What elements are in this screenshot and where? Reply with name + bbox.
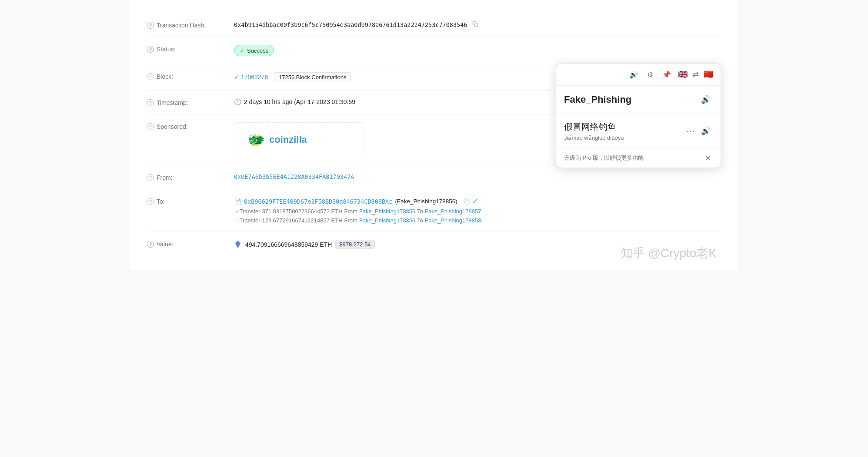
to-label: ? To: xyxy=(147,197,234,205)
svg-rect-0 xyxy=(475,23,478,27)
from-row: ? From: 0x0E7A6b3b5EE4A1228A0334FA817034… xyxy=(147,165,721,189)
swap-language-icon[interactable]: ⇄ xyxy=(692,70,699,79)
clock-icon: 🕐 xyxy=(234,98,241,105)
question-icon-value: ? xyxy=(147,241,154,248)
popup-divider xyxy=(556,114,721,114)
popup-more-btn[interactable]: ··· xyxy=(686,127,695,136)
popup-settings-btn[interactable]: ⚙ xyxy=(644,68,657,81)
eth-amount: 494.709166669648859429 ETH xyxy=(245,241,332,248)
to-address-link[interactable]: 0xB96629F7EE409D67e3F58BD30a846734CD808B… xyxy=(244,198,392,205)
target-language-flag[interactable]: 🇨🇳 xyxy=(702,68,714,81)
coinzilla-brand: coinzilla xyxy=(269,134,307,145)
popup-translation-row: 假冒网络钓鱼 Jiǎmào wǎngluò diàoyú ··· 🔊 xyxy=(564,121,713,141)
popup-transliteration: Jiǎmào wǎngluò diàoyú xyxy=(564,134,624,141)
check-circle-icon: ✓ xyxy=(240,47,245,54)
from-value: 0x0E7A6b3b5EE4A1228A0334FA8170347A xyxy=(234,173,721,180)
from-address-link[interactable]: 0x0E7A6b3b5EE4A1228A0334FA8170347A xyxy=(234,173,354,180)
transfer-line-2: └ Transfer 123.677291667412214857 ETH Fr… xyxy=(234,217,721,224)
popup-upgrade-text: 升级为 Pro 版，以解锁更多功能 xyxy=(564,154,644,162)
block-check-icon: ✓ xyxy=(234,74,239,81)
popup-speaker-btn[interactable]: 🔊 xyxy=(627,68,640,81)
question-icon-block: ? xyxy=(147,73,154,80)
block-number-link[interactable]: 17063276 xyxy=(241,74,268,81)
popup-actions-row: ··· 🔊 xyxy=(686,124,713,138)
question-icon-hash: ? xyxy=(147,22,154,29)
popup-close-btn[interactable]: ✕ xyxy=(702,153,713,163)
transaction-hash-value: 0x4b9154dbbac00f3b9c6f5c750954e3aa0db978… xyxy=(234,21,721,28)
translation-popup: 🔊 ⚙ 📌 🇬🇧 ⇄ 🇨🇳 Fake_Phishing 🔊 假冒网络钓鱼 Jiǎ… xyxy=(556,63,721,168)
block-label: ? Block: xyxy=(147,72,234,80)
document-icon: 📄 xyxy=(234,198,241,205)
question-icon-to: ? xyxy=(147,198,154,205)
transfer-to-link-1[interactable]: Fake_Phishing178857 xyxy=(425,208,481,215)
value-value: 494.709166669648859429 ETH $978,272.54 xyxy=(234,240,721,249)
popup-translation-text: 假冒网络钓鱼 xyxy=(564,121,624,133)
popup-pin-btn[interactable]: 📌 xyxy=(660,68,673,81)
popup-source-text: Fake_Phishing 🔊 xyxy=(564,93,713,107)
status-row: ? Status: ✓ Success xyxy=(147,37,721,64)
timestamp-label: ? Timestamp: xyxy=(147,98,234,106)
coinzilla-logo: 🐲 coinzilla xyxy=(247,131,307,148)
to-value: 📄 0xB96629F7EE409D67e3F58BD30a846734CD80… xyxy=(234,197,721,224)
transfer-from-link-1[interactable]: Fake_Phishing178856 xyxy=(359,208,415,215)
popup-footer: 升级为 Pro 版，以解锁更多功能 ✕ xyxy=(556,148,721,168)
svg-rect-1 xyxy=(466,201,469,204)
value-label: ? Value: xyxy=(147,240,234,248)
popup-translation-main: 假冒网络钓鱼 Jiǎmào wǎngluò diàoyú xyxy=(564,121,624,141)
confirmations-badge: 17256 Block Confirmations xyxy=(274,72,351,82)
to-main-address: 📄 0xB96629F7EE409D67e3F58BD30a846734CD80… xyxy=(234,197,721,205)
sponsored-label: ? Sponsored: xyxy=(147,122,234,130)
transfer-line-1: └ Transfer 371.031875002236644572 ETH Fr… xyxy=(234,208,721,215)
coinzilla-mascot: 🐲 xyxy=(247,131,265,148)
copy-hash-icon[interactable] xyxy=(472,21,478,27)
verified-badge-icon: ✓ xyxy=(472,197,478,205)
question-icon-timestamp: ? xyxy=(147,99,154,106)
transfer-from-link-2[interactable]: Fake_Phishing178856 xyxy=(359,217,415,224)
transfer-to-link-2[interactable]: Fake_Phishing178858 xyxy=(425,217,481,224)
source-speaker-btn[interactable]: 🔊 xyxy=(699,93,713,107)
status-label: ? Status: xyxy=(147,45,234,53)
translation-speaker-btn[interactable]: 🔊 xyxy=(699,124,713,138)
to-row: ? To: 📄 0xB96629F7EE409D67e3F58BD30a8467… xyxy=(147,189,721,232)
usd-value-badge: $978,272.54 xyxy=(335,240,374,249)
ethereum-icon xyxy=(234,241,242,249)
question-icon-sponsored: ? xyxy=(147,123,154,130)
popup-content: Fake_Phishing 🔊 假冒网络钓鱼 Jiǎmào wǎngluò di… xyxy=(556,86,721,148)
status-badge: ✓ Success xyxy=(234,45,274,56)
value-row: ? Value: 494.709166669648859429 ETH $978… xyxy=(147,232,721,257)
question-icon-status: ? xyxy=(147,46,154,53)
phishing-label: (Fake_Phishing178856) xyxy=(395,198,457,205)
popup-toolbar: 🔊 ⚙ 📌 🇬🇧 ⇄ 🇨🇳 xyxy=(556,64,721,86)
transaction-hash-label: ? Transaction Hash: xyxy=(147,21,234,29)
eth-value-container: 494.709166669648859429 ETH $978,272.54 xyxy=(234,240,721,249)
copy-to-icon[interactable] xyxy=(464,198,470,205)
status-value: ✓ Success xyxy=(234,45,721,56)
source-language-flag[interactable]: 🇬🇧 xyxy=(677,68,689,81)
transaction-hash-row: ? Transaction Hash: 0x4b9154dbbac00f3b9c… xyxy=(147,13,721,37)
sponsored-box[interactable]: 🐲 coinzilla xyxy=(234,122,364,157)
question-icon-from: ? xyxy=(147,174,154,181)
from-label: ? From: xyxy=(147,173,234,181)
